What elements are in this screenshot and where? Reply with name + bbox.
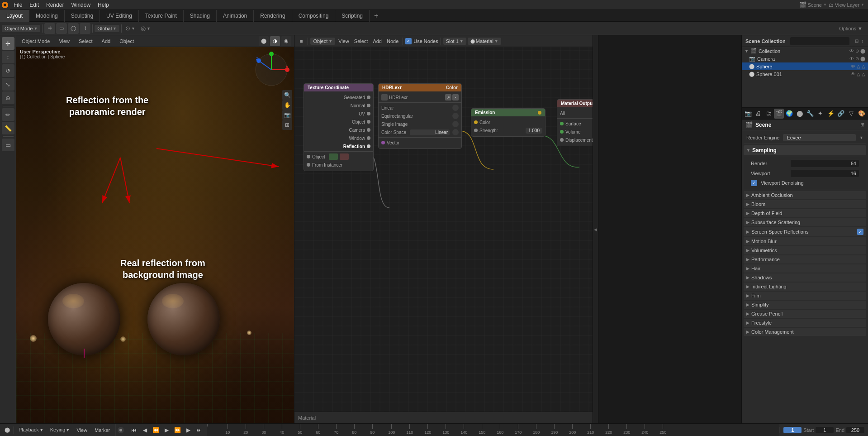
shading-rendered[interactable]: ◉ xyxy=(281,36,291,46)
render-samples-value[interactable]: 64 xyxy=(791,160,859,167)
outliner-search[interactable] xyxy=(790,37,849,45)
start-frame[interactable]: 1 xyxy=(816,427,834,433)
prop-tab-view[interactable]: 🗂 xyxy=(764,109,774,119)
timeline-mode-btn[interactable]: ⬤ xyxy=(3,426,12,434)
shading-material[interactable]: ◑ xyxy=(270,36,280,46)
menu-render[interactable]: Render xyxy=(43,1,67,9)
options-btn[interactable]: Options ▼ xyxy=(839,26,863,31)
outliner-eye-sphere[interactable]: 👁 xyxy=(851,64,855,69)
next-frame-btn[interactable]: ▶ xyxy=(184,426,193,435)
section-row-4[interactable]: ▶ Screen Space Reflections ✓ xyxy=(744,227,866,236)
tab-scripting[interactable]: Scripting xyxy=(335,10,370,22)
outliner-eye-collection[interactable]: 👁 xyxy=(849,48,854,53)
tab-sculpting[interactable]: Sculpting xyxy=(65,10,100,22)
node-texture-coord[interactable]: Texture Coordinate Generated Normal UV O… xyxy=(304,83,374,171)
outliner-triangle-sphere001[interactable]: △ xyxy=(857,72,860,77)
section-row-2[interactable]: ▶ Depth of Field xyxy=(744,209,866,217)
section-row-12[interactable]: ▶ Simplify xyxy=(744,301,866,309)
section-row-7[interactable]: ▶ Performance xyxy=(744,255,866,264)
node-hdrllexr[interactable]: HDRLexr Color HDRLexr ↗ × xyxy=(378,83,462,149)
play-btn[interactable]: ▶ xyxy=(162,426,171,435)
viewport-object-btn[interactable]: Object xyxy=(117,38,137,45)
sampling-section-title[interactable]: ▼ Sampling xyxy=(744,145,866,155)
node-btn[interactable]: Node xyxy=(385,38,400,45)
slot-selector[interactable]: Slot 1 ▼ xyxy=(443,38,466,45)
outliner-eye-camera[interactable]: 👁 xyxy=(849,56,854,61)
tab-shading[interactable]: Shading xyxy=(184,10,217,22)
current-frame[interactable]: 1 xyxy=(783,427,802,433)
tab-animation[interactable]: Animation xyxy=(217,10,254,22)
prop-tab-scene[interactable]: 🎬 xyxy=(774,109,784,119)
prop-tab-particles[interactable]: ✦ xyxy=(816,109,825,119)
tool-rotate[interactable]: ↺ xyxy=(2,64,14,77)
outliner-render-collection[interactable]: ⬤ xyxy=(860,48,865,53)
tab-layout[interactable]: Layout xyxy=(0,10,29,22)
outliner-cursor-collection[interactable]: ⊙ xyxy=(855,48,859,53)
tool-select-box-btn[interactable]: ▭ xyxy=(56,23,67,34)
viewport-add-btn[interactable]: Add xyxy=(99,38,114,45)
outliner-item-sphere[interactable]: ⬤ Sphere 👁 △ △ xyxy=(742,62,868,70)
shading-solid[interactable]: ⬤ xyxy=(259,36,269,46)
tab-compositing[interactable]: Compositing xyxy=(292,10,336,22)
node-canvas[interactable]: Texture Coordinate Generated Normal UV O… xyxy=(294,47,593,412)
prop-tab-modifier[interactable]: 🔧 xyxy=(805,109,815,119)
tool-scale[interactable]: ⤡ xyxy=(2,78,14,91)
playback-menu[interactable]: Playback ▾ xyxy=(16,426,46,434)
view-menu[interactable]: View xyxy=(74,426,90,434)
keying-menu[interactable]: Keying ▾ xyxy=(47,426,72,434)
end-frame[interactable]: 250 xyxy=(846,427,864,433)
tab-add[interactable]: + xyxy=(370,10,383,22)
tool-move[interactable]: ↕ xyxy=(2,51,14,63)
tool-add-primitive[interactable]: ▭ xyxy=(2,139,14,151)
outliner-render-camera[interactable]: ⬤ xyxy=(860,56,865,61)
view-btn[interactable]: View xyxy=(337,38,351,45)
menu-file[interactable]: File xyxy=(10,1,26,9)
render-engine-value[interactable]: Eevee xyxy=(783,134,856,141)
tool-cursor[interactable]: ✛ xyxy=(2,37,14,50)
outliner-mesh-sphere001[interactable]: △ xyxy=(862,72,865,77)
node-emission[interactable]: Emission Color Strength: 1.000 xyxy=(471,108,545,137)
menu-edit[interactable]: Edit xyxy=(26,1,43,9)
vp-zoom-btn[interactable]: 🔍 xyxy=(282,90,292,100)
tool-select-lasso-btn[interactable]: ⌇ xyxy=(80,23,90,34)
section-row-11[interactable]: ▶ Film xyxy=(744,292,866,300)
tab-modeling[interactable]: Modeling xyxy=(29,10,65,22)
use-nodes-toggle[interactable]: ✓ Use Nodes xyxy=(405,38,438,44)
prop-tab-world[interactable]: 🌍 xyxy=(784,109,794,119)
outliner-sort[interactable]: ↕ xyxy=(860,38,864,44)
collapse-handle[interactable]: ◀ xyxy=(593,35,598,423)
tool-select-circle-btn[interactable]: ◯ xyxy=(68,23,79,34)
shader-menu-btn[interactable]: ≡ xyxy=(297,38,305,45)
outliner-eye-sphere001[interactable]: 👁 xyxy=(851,72,855,77)
outliner-item-collection[interactable]: ▼ 🎬 Collection 👁 ⊙ ⬤ xyxy=(742,47,868,55)
vp-pan-btn[interactable]: ✋ xyxy=(282,100,292,110)
outliner-item-camera[interactable]: 📷 Camera 👁 ⊙ ⬤ xyxy=(742,55,868,62)
menu-help[interactable]: Help xyxy=(94,1,113,9)
outliner-cursor-camera[interactable]: ⊙ xyxy=(855,56,859,61)
section-row-15[interactable]: ▶ Color Management xyxy=(744,328,866,336)
tool-transform[interactable]: ⊕ xyxy=(2,91,14,104)
section-row-8[interactable]: ▶ Hair xyxy=(744,264,866,273)
section-row-10[interactable]: ▶ Indirect Lighting xyxy=(744,283,866,291)
menu-window[interactable]: Window xyxy=(67,1,94,9)
object-dropdown[interactable]: Object ▼ xyxy=(310,38,335,45)
next-keyframe-btn[interactable]: ⏩ xyxy=(173,426,182,435)
tool-measure[interactable]: 📏 xyxy=(2,122,14,134)
section-chk-4[interactable]: ✓ xyxy=(857,229,863,235)
viewport-select-btn[interactable]: Select xyxy=(76,38,95,45)
section-row-14[interactable]: ▶ Freestyle xyxy=(744,319,866,327)
prop-tab-object[interactable]: ⬤ xyxy=(795,109,805,119)
prop-tab-render[interactable]: 📷 xyxy=(743,109,753,119)
prop-tab-data[interactable]: ▽ xyxy=(846,109,856,119)
section-row-6[interactable]: ▶ Volumetrics xyxy=(744,246,866,254)
outliner-mesh-sphere[interactable]: △ xyxy=(862,64,865,69)
skip-end-btn[interactable]: ⏭ xyxy=(194,426,204,435)
add-btn[interactable]: Add xyxy=(371,38,384,45)
prop-tab-material[interactable]: 🎨 xyxy=(857,109,867,119)
snap-toggle[interactable]: ⊙ ▼ xyxy=(123,24,137,33)
outliner-filter[interactable]: ⊟ xyxy=(854,38,859,44)
tab-rendering[interactable]: Rendering xyxy=(254,10,292,22)
section-row-9[interactable]: ▶ Shadows xyxy=(744,273,866,282)
select-btn[interactable]: Select xyxy=(352,38,370,45)
vp-camera-btn[interactable]: 📷 xyxy=(282,110,292,120)
